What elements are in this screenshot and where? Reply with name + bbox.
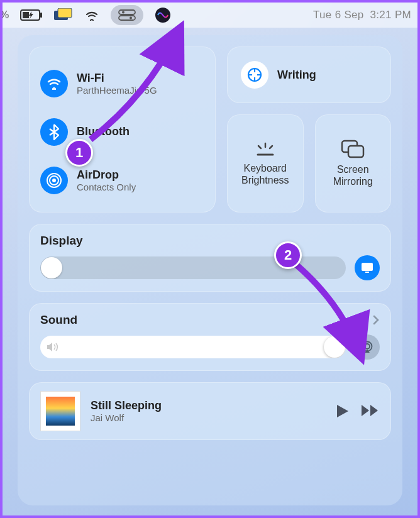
svg-rect-2: [23, 12, 29, 18]
volume-icon: [47, 342, 59, 352]
sound-card: Sound: [29, 303, 391, 371]
wifi-menu-icon[interactable]: [84, 9, 99, 21]
sound-expand-chevron-icon[interactable]: [372, 314, 380, 326]
sound-slider-knob[interactable]: [324, 336, 345, 358]
next-track-button[interactable]: [361, 404, 380, 419]
focus-label: Writing: [277, 69, 316, 82]
focus-card[interactable]: Writing: [227, 47, 391, 103]
sound-volume-slider[interactable]: [40, 336, 346, 358]
svg-rect-4: [58, 8, 72, 18]
play-button[interactable]: [336, 404, 350, 419]
svg-rect-23: [348, 146, 363, 157]
display-slider-knob[interactable]: [41, 257, 62, 278]
airdrop-subtitle: Contacts Only: [77, 182, 136, 192]
wifi-icon: [40, 70, 68, 97]
wifi-row[interactable]: Wi-Fi ParthHeemaJio 5G: [40, 66, 204, 101]
menubar-datetime[interactable]: Tue 6 Sep3:21 PM: [313, 9, 411, 21]
screen-mirroring-icon: [341, 140, 365, 158]
control-center-panel: Wi-Fi ParthHeemaJio 5G Bluetooth AirDrop: [18, 35, 402, 505]
svg-rect-7: [119, 16, 135, 20]
svg-rect-5: [119, 10, 135, 14]
top-row: Wi-Fi ParthHeemaJio 5G Bluetooth AirDrop: [29, 47, 391, 212]
svg-point-35: [365, 344, 370, 349]
wifi-title: Wi-Fi: [77, 72, 157, 85]
annotation-badge-1: 1: [65, 139, 93, 167]
svg-point-8: [130, 17, 132, 19]
annotation-badge-2: 2: [274, 241, 302, 269]
svg-line-20: [258, 146, 261, 148]
keyboard-brightness-icon: [253, 141, 278, 157]
sound-title: Sound: [40, 313, 77, 327]
svg-line-21: [270, 146, 272, 148]
menubar-date: Tue 6 Sep: [313, 9, 364, 21]
keyboard-brightness-card[interactable]: Keyboard Brightness: [227, 114, 304, 212]
menubar-time: 3:21 PM: [370, 9, 411, 21]
now-playing-card[interactable]: Still Sleeping Jai Wolf: [29, 382, 391, 440]
track-title: Still Sleeping: [91, 399, 326, 412]
bluetooth-title: Bluetooth: [77, 125, 130, 138]
track-artist: Jai Wolf: [91, 412, 326, 423]
focus-icon: [241, 61, 268, 89]
screen-mirroring-card[interactable]: Screen Mirroring: [315, 114, 392, 212]
screen-mirroring-label: Screen Mirroring: [319, 163, 388, 187]
airdrop-row[interactable]: AirDrop Contacts Only: [40, 163, 204, 198]
album-art: [40, 391, 80, 431]
menubar: % Tue 6 Sep3:21 PM: [3, 3, 417, 28]
battery-icon[interactable]: [20, 9, 43, 21]
keyboard-brightness-label: Keyboard Brightness: [231, 162, 300, 186]
utility-grid: Keyboard Brightness Screen Mirroring: [227, 114, 391, 212]
sound-airplay-button[interactable]: [355, 334, 380, 360]
wifi-subtitle: ParthHeemaJio 5G: [77, 85, 157, 96]
svg-rect-33: [362, 263, 373, 271]
display-options-button[interactable]: [355, 255, 380, 280]
right-column: Writing Keyboard Brightness Screen Mirro…: [227, 47, 391, 212]
control-center-icon[interactable]: [111, 5, 143, 25]
airdrop-title: AirDrop: [77, 168, 136, 182]
svg-rect-34: [365, 272, 369, 273]
svg-rect-1: [40, 13, 42, 18]
battery-percent-suffix: %: [0, 9, 9, 21]
connectivity-card: Wi-Fi ParthHeemaJio 5G Bluetooth AirDrop: [29, 47, 216, 212]
display-card: Display: [29, 224, 391, 292]
bluetooth-icon: [40, 118, 68, 146]
display-title: Display: [40, 234, 83, 248]
bluetooth-row[interactable]: Bluetooth: [40, 114, 204, 150]
svg-point-6: [122, 11, 124, 14]
siri-icon[interactable]: [155, 7, 171, 23]
svg-point-10: [52, 179, 56, 182]
airdrop-icon: [40, 167, 68, 194]
desktop-switcher-icon[interactable]: [54, 8, 73, 22]
